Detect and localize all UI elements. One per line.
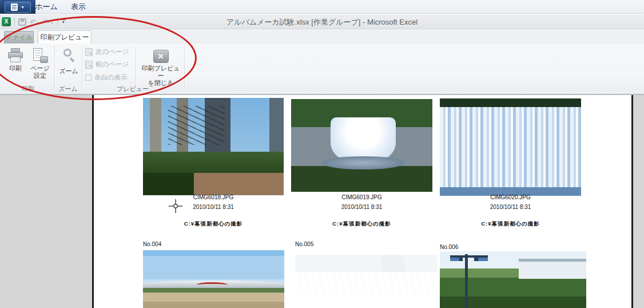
title-bar: アルバムメーカ試験.xlsx [作業グループ] - Microsoft Exce… xyxy=(0,14,644,29)
print-preview-page[interactable]: CIMG6018.JPG 2010/10/11 8:31 C:¥幕張新都心の撮影… xyxy=(92,95,633,308)
zoom-button-label: ズーム xyxy=(59,68,78,75)
photo-detail xyxy=(197,282,228,287)
previous-page-label: 前のページ xyxy=(96,60,129,69)
page-setup-label-line1: ページ xyxy=(30,65,50,72)
app-menu-button-face: ▼ xyxy=(5,2,31,13)
previous-page-button[interactable]: 前のページ xyxy=(85,60,129,69)
group-separator xyxy=(82,46,82,90)
photo-number: No.004 xyxy=(143,241,161,247)
tab-print-preview[interactable]: 印刷プレビュー xyxy=(38,30,92,44)
group-separator xyxy=(54,46,55,90)
photo-datetime: 2010/10/11 8:31 xyxy=(143,204,284,210)
next-page-icon xyxy=(85,48,93,56)
separator xyxy=(57,18,58,26)
photo-filename: CIMG6020.JPG xyxy=(440,194,581,200)
save-icon[interactable] xyxy=(18,18,26,26)
chevron-down-icon: ▼ xyxy=(21,5,25,9)
photo-number: No.006 xyxy=(440,244,458,250)
photo-path: C:¥幕張新都心の撮影 xyxy=(291,220,432,227)
chevron-down-icon: ▼ xyxy=(37,22,40,25)
show-margins-checkbox[interactable]: 余白の表示 xyxy=(85,73,128,82)
app-menu-bar: ▼ ホーム 表示 xyxy=(0,0,644,14)
photo-path: C:¥幕張新都心の撮影 xyxy=(143,220,284,227)
photo-path: C:¥幕張新都心の撮影 xyxy=(440,220,581,227)
app-menu-button[interactable]: ▼ xyxy=(0,0,35,14)
crosshair-cursor-icon xyxy=(168,199,183,214)
photo-thumbnail-2 xyxy=(291,99,432,192)
undo-icon: ↶ xyxy=(30,18,36,26)
page-setup-label-line2: 設定 xyxy=(34,72,46,80)
ribbon: ファイル 印刷プレビュー 印刷 ページ 設定 ズーム 次のページ 前のページ 余… xyxy=(0,29,644,95)
checkbox-icon xyxy=(85,74,92,81)
tab-view[interactable]: 表示 xyxy=(65,0,92,14)
group-separator xyxy=(136,46,136,90)
chevron-down-icon: ▼ xyxy=(61,21,65,24)
photo-detail xyxy=(450,255,488,261)
excel-logo-icon: X xyxy=(2,17,11,26)
close-print-preview-button[interactable]: ✕ 印刷プレビュー を閉じる xyxy=(138,50,183,87)
show-margins-label: 余白の表示 xyxy=(94,73,128,82)
photo-thumbnail-3 xyxy=(440,98,581,196)
magnifier-icon xyxy=(61,48,77,63)
photo-datetime: 2010/10/11 8:31 xyxy=(291,204,432,210)
photo-datetime: 2010/10/11 8:31 xyxy=(440,204,581,210)
photo-thumbnail-4 xyxy=(143,250,284,308)
photo-thumbnail-1 xyxy=(143,98,284,195)
next-page-label: 次のページ xyxy=(96,48,129,56)
window-title: アルバムメーカ試験.xlsx [作業グループ] - Microsoft Exce… xyxy=(0,17,644,27)
print-button-label: 印刷 xyxy=(9,65,22,72)
list-menu-icon xyxy=(11,3,18,11)
group-label-print: 印刷 xyxy=(2,85,54,93)
page-setup-icon xyxy=(32,48,48,63)
customize-qat-button[interactable]: ▼ xyxy=(61,19,66,24)
close-icon: ✕ xyxy=(153,50,169,63)
chevron-down-icon: ▼ xyxy=(50,22,54,25)
group-separator xyxy=(184,46,185,90)
printer-icon xyxy=(7,48,23,63)
redo-icon: ↷ xyxy=(43,18,50,26)
tab-home[interactable]: ホーム xyxy=(32,0,61,14)
ribbon-tab-row: ファイル 印刷プレビュー xyxy=(0,29,644,44)
print-button[interactable]: 印刷 xyxy=(5,48,26,72)
quick-access-toolbar: X ↶▼ ↷▼ ▼ xyxy=(2,16,66,27)
group-label-zoom: ズーム xyxy=(54,85,82,93)
photo-thumbnail-5 xyxy=(295,250,438,308)
close-preview-label-line1: 印刷プレビュー xyxy=(138,65,183,80)
tab-file[interactable]: ファイル xyxy=(4,31,34,44)
undo-button[interactable]: ↶▼ xyxy=(30,17,40,27)
zoom-button[interactable]: ズーム xyxy=(57,48,80,75)
group-label-preview: プレビュー xyxy=(82,85,184,93)
photo-detail xyxy=(168,106,224,145)
previous-page-icon xyxy=(85,61,93,69)
photo-thumbnail-6 xyxy=(440,251,586,308)
redo-button[interactable]: ↷▼ xyxy=(43,17,54,27)
print-preview-canvas: CIMG6018.JPG 2010/10/11 8:31 C:¥幕張新都心の撮影… xyxy=(0,95,644,308)
photo-filename: CIMG6018.JPG xyxy=(143,194,284,200)
photo-filename: CIMG6019.JPG xyxy=(291,194,432,200)
next-page-button[interactable]: 次のページ xyxy=(85,48,129,56)
separator xyxy=(14,18,15,26)
photo-number: No.005 xyxy=(295,241,313,247)
page-setup-button[interactable]: ページ 設定 xyxy=(27,48,53,80)
